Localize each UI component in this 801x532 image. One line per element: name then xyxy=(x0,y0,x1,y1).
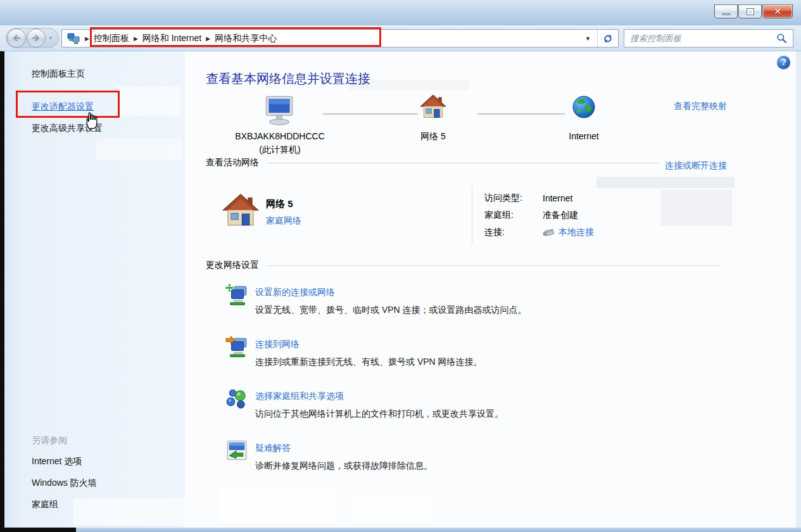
connections-label: 连接: xyxy=(484,227,543,238)
active-network-divider xyxy=(472,186,472,244)
homegroup-sharing-desc: 访问位于其他网络计算机上的文件和打印机，或更改共享设置。 xyxy=(255,408,503,420)
homegroup-ready-link[interactable]: 准备创建 xyxy=(543,210,578,221)
search-icon[interactable] xyxy=(776,33,787,44)
close-button[interactable]: ✕ xyxy=(762,4,793,18)
back-arrow-icon xyxy=(11,32,22,44)
window-controls: ✕ xyxy=(714,4,793,18)
forward-button[interactable] xyxy=(27,28,46,48)
ghost-artifact xyxy=(596,177,735,188)
connect-to-network-desc: 连接到或重新连接到无线、有线、拨号或 VPN 网络连接。 xyxy=(255,357,482,368)
section-divider xyxy=(267,265,721,266)
window-right-frame xyxy=(796,51,801,528)
access-type-label: 访问类型: xyxy=(484,193,543,204)
forward-arrow-icon xyxy=(30,32,42,44)
change-network-settings-label: 更改网络设置 xyxy=(206,260,259,271)
active-networks-label: 查看活动网络 xyxy=(206,157,259,168)
window-bottom-frame xyxy=(0,528,801,532)
local-connection-link[interactable]: 本地连接 xyxy=(558,227,594,238)
computer-sub-label: (此计算机) xyxy=(220,143,340,156)
screen: { "window": { "controls": { "minimize": … xyxy=(0,0,801,532)
maximize-button[interactable] xyxy=(738,4,762,18)
title-bar xyxy=(0,0,801,25)
recent-pages-dropdown[interactable]: ▼ xyxy=(48,35,53,41)
setup-new-connection-desc: 设置无线、宽带、拨号、临时或 VPN 连接；或设置路由器或访问点。 xyxy=(255,305,527,316)
minimize-icon xyxy=(722,13,730,15)
minimize-button[interactable] xyxy=(714,4,738,18)
troubleshoot-desc: 诊断并修复网络问题，或获得故障排除信息。 xyxy=(255,460,432,472)
main-pane: 查看基本网络信息并设置连接 BXBJAKK8HDDHCCC (此计算机) 网络 … xyxy=(185,51,796,528)
view-full-map-link[interactable]: 查看完整映射 xyxy=(652,101,727,112)
sidebar-item-windows-firewall[interactable]: Windows 防火墙 xyxy=(32,478,97,489)
computer-name-label: BXBJAKK8HDDHCCC xyxy=(220,130,340,143)
search-input[interactable] xyxy=(624,34,776,43)
ghost-artifact xyxy=(353,493,432,522)
ghost-artifact xyxy=(73,498,199,525)
help-icon: ? xyxy=(781,57,786,67)
sidebar-item-internet-options[interactable]: Internet 选项 xyxy=(32,456,82,467)
map-connector-line xyxy=(323,113,418,115)
sidebar-item-control-panel-home[interactable]: 控制面板主页 xyxy=(32,68,85,80)
internet-map-label: Internet xyxy=(552,130,615,143)
map-connector-line xyxy=(477,113,565,115)
active-network-name: 网络 5 xyxy=(266,198,293,210)
troubleshoot-link[interactable]: 疑难解答 xyxy=(255,443,291,454)
computer-map-icon[interactable] xyxy=(261,93,298,130)
see-also-heading: 另请参阅 xyxy=(32,435,67,446)
refresh-icon xyxy=(603,34,613,44)
refresh-button[interactable] xyxy=(598,30,618,47)
sidebar-item-homegroup[interactable]: 家庭组 xyxy=(32,499,58,510)
window-bottom-frame-dark xyxy=(0,528,76,532)
network-map-label: 网络 5 xyxy=(401,130,465,143)
help-button[interactable]: ? xyxy=(777,56,790,69)
maximize-icon xyxy=(747,9,754,15)
network-type-link[interactable]: 家庭网络 xyxy=(266,215,301,227)
back-button[interactable] xyxy=(7,28,26,48)
homegroup-label: 家庭组: xyxy=(484,210,543,221)
ghost-artifact xyxy=(220,487,337,522)
active-network-house-icon[interactable] xyxy=(222,192,260,230)
ghost-artifact xyxy=(661,189,732,226)
connect-to-network-icon[interactable] xyxy=(225,335,248,358)
close-icon: ✕ xyxy=(774,5,781,18)
annotation-box-adapter-settings xyxy=(16,91,120,118)
mouse-cursor-hand xyxy=(84,110,101,129)
network-center-icon xyxy=(66,32,80,45)
homegroup-sharing-link[interactable]: 选择家庭组和共享选项 xyxy=(255,391,344,402)
homegroup-sharing-icon[interactable] xyxy=(225,387,248,410)
connect-disconnect-link[interactable]: 连接或断开连接 xyxy=(665,160,727,172)
troubleshoot-icon[interactable] xyxy=(225,439,248,462)
network-map-icon[interactable] xyxy=(419,93,447,121)
ghost-artifact xyxy=(96,139,182,160)
section-divider xyxy=(267,163,659,163)
connect-to-network-link[interactable]: 连接到网络 xyxy=(255,339,300,350)
internet-map-icon[interactable] xyxy=(571,94,596,120)
search-box xyxy=(624,29,793,48)
page-title: 查看基本网络信息并设置连接 xyxy=(206,70,370,87)
ghost-artifact xyxy=(117,86,180,117)
ethernet-icon xyxy=(543,228,555,237)
annotation-box-breadcrumb xyxy=(90,27,381,47)
access-type-value: Internet xyxy=(543,193,572,203)
address-dropdown-icon[interactable]: ▼ xyxy=(579,35,597,42)
setup-new-connection-icon[interactable] xyxy=(225,283,248,306)
window-left-frame xyxy=(0,51,4,532)
setup-new-connection-link[interactable]: 设置新的连接或网络 xyxy=(255,287,335,298)
